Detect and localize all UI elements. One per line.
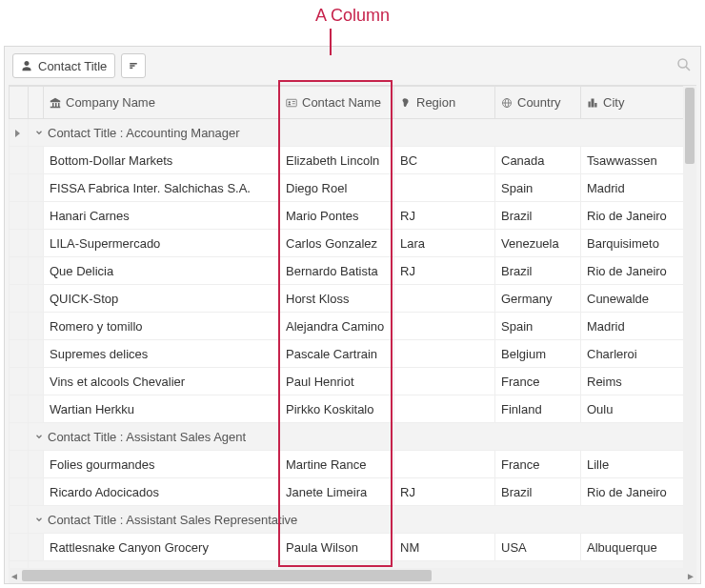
cell-contact[interactable]: Mario Pontes <box>280 202 394 230</box>
cell-contact[interactable]: Pirkko Koskitalo <box>280 395 394 423</box>
cell-country[interactable]: Venezuela <box>495 230 581 257</box>
table-row[interactable]: Hanari CarnesMario PontesRJBrazilRio de … <box>10 202 692 230</box>
cell-region[interactable] <box>394 313 495 340</box>
cell-city[interactable]: Madrid <box>581 174 692 202</box>
cell-city[interactable]: Oulu <box>581 395 692 423</box>
chevron-down-icon[interactable] <box>34 126 44 140</box>
cell-company[interactable]: Bottom-Dollar Markets <box>44 147 280 174</box>
cell-city[interactable]: Rio de Janeiro <box>581 478 692 506</box>
group-header-cell[interactable]: Contact Title : Marketing Assistant <box>29 561 692 569</box>
cell-country[interactable]: Spain <box>495 174 581 202</box>
table-row[interactable]: FISSA Fabrica Inter. Salchichas S.A.Dieg… <box>10 174 692 202</box>
cell-country[interactable]: Brazil <box>495 257 581 285</box>
table-row[interactable]: QUICK-StopHorst KlossGermanyCunewalde <box>10 285 692 313</box>
cell-city[interactable]: Rio de Janeiro <box>581 257 692 285</box>
cell-company[interactable]: QUICK-Stop <box>44 285 280 313</box>
cell-country[interactable]: Canada <box>495 147 581 174</box>
cell-region[interactable]: RJ <box>394 478 495 506</box>
cell-contact[interactable]: Horst Kloss <box>280 285 394 313</box>
hscroll-right-arrow[interactable]: ► <box>685 570 696 581</box>
cell-contact[interactable]: Pascale Cartrain <box>280 340 394 368</box>
cell-city[interactable]: Charleroi <box>581 340 692 368</box>
hscroll-left-arrow[interactable]: ◄ <box>9 570 20 581</box>
table-row[interactable]: Folies gourmandesMartine RanceFranceLill… <box>10 451 692 478</box>
table-row[interactable]: LILA-SupermercadoCarlos GonzalezLaraVene… <box>10 230 692 257</box>
group-header-row[interactable]: Contact Title : Marketing Assistant <box>10 561 692 569</box>
cell-country[interactable]: Brazil <box>495 202 581 230</box>
table-row[interactable]: Que DeliciaBernardo BatistaRJBrazilRio d… <box>10 257 692 285</box>
cell-region[interactable]: RJ <box>394 202 495 230</box>
cell-company[interactable]: Supremes delices <box>44 340 280 368</box>
table-row[interactable]: Rattlesnake Canyon GroceryPaula WilsonNM… <box>10 534 692 561</box>
cell-country[interactable]: Germany <box>495 285 581 313</box>
cell-region[interactable] <box>394 451 495 478</box>
cell-region[interactable]: Lara <box>394 230 495 257</box>
cell-company[interactable]: FISSA Fabrica Inter. Salchichas S.A. <box>44 174 280 202</box>
group-header-row[interactable]: Contact Title : Assistant Sales Agent <box>10 423 692 451</box>
cell-company[interactable]: Folies gourmandes <box>44 451 280 478</box>
horizontal-scrollbar-thumb[interactable] <box>22 570 432 581</box>
table-row[interactable]: Ricardo AdocicadosJanete LimeiraRJBrazil… <box>10 478 692 506</box>
cell-country[interactable]: France <box>495 451 581 478</box>
cell-company[interactable]: Hanari Carnes <box>44 202 280 230</box>
cell-company[interactable]: Vins et alcools Chevalier <box>44 368 280 395</box>
cell-contact[interactable]: Bernardo Batista <box>280 257 394 285</box>
cell-region[interactable] <box>394 174 495 202</box>
cell-city[interactable]: Albuquerque <box>581 534 692 561</box>
cell-city[interactable]: Barquisimeto <box>581 230 692 257</box>
horizontal-scrollbar[interactable]: ◄ ► <box>9 568 696 583</box>
cell-contact[interactable]: Martine Rance <box>280 451 394 478</box>
cell-region[interactable]: RJ <box>394 257 495 285</box>
cell-city[interactable]: Tsawwassen <box>581 147 692 174</box>
cell-city[interactable]: Rio de Janeiro <box>581 202 692 230</box>
column-header-country[interactable]: Country <box>495 87 581 119</box>
group-header-cell[interactable]: Contact Title : Accounting Manager <box>29 119 692 147</box>
groupby-chip[interactable]: Contact Title <box>12 53 115 78</box>
cell-region[interactable]: NM <box>394 534 495 561</box>
group-header-row[interactable]: Contact Title : Accounting Manager <box>10 119 692 147</box>
cell-country[interactable]: France <box>495 368 581 395</box>
cell-contact[interactable]: Janete Limeira <box>280 478 394 506</box>
table-row[interactable]: Vins et alcools ChevalierPaul HenriotFra… <box>10 368 692 395</box>
cell-company[interactable]: Romero y tomillo <box>44 313 280 340</box>
column-header-company[interactable]: Company Name <box>44 87 280 119</box>
cell-country[interactable]: USA <box>495 534 581 561</box>
chevron-down-icon[interactable] <box>34 513 44 527</box>
group-header-cell[interactable]: Contact Title : Assistant Sales Agent <box>29 423 692 451</box>
group-header-cell[interactable]: Contact Title : Assistant Sales Represen… <box>29 506 692 534</box>
cell-region[interactable] <box>394 340 495 368</box>
table-row[interactable]: Wartian HerkkuPirkko KoskitaloFinlandOul… <box>10 395 692 423</box>
cell-city[interactable]: Lille <box>581 451 692 478</box>
cell-contact[interactable]: Paul Henriot <box>280 368 394 395</box>
vertical-scrollbar-thumb[interactable] <box>685 88 695 164</box>
cell-country[interactable]: Belgium <box>495 340 581 368</box>
cell-contact[interactable]: Carlos Gonzalez <box>280 230 394 257</box>
search-icon[interactable] <box>675 56 693 76</box>
column-header-city[interactable]: City <box>581 87 692 119</box>
cell-city[interactable]: Madrid <box>581 313 692 340</box>
chevron-down-icon[interactable] <box>34 430 44 444</box>
cell-contact[interactable]: Diego Roel <box>280 174 394 202</box>
cell-city[interactable]: Cunewalde <box>581 285 692 313</box>
group-header-row[interactable]: Contact Title : Assistant Sales Represen… <box>10 506 692 534</box>
table-row[interactable]: Bottom-Dollar MarketsElizabeth LincolnBC… <box>10 147 692 174</box>
cell-country[interactable]: Finland <box>495 395 581 423</box>
column-header-contact[interactable]: Contact Name <box>280 87 394 119</box>
cell-company[interactable]: Ricardo Adocicados <box>44 478 280 506</box>
cell-contact[interactable]: Elizabeth Lincoln <box>280 147 394 174</box>
cell-company[interactable]: Wartian Herkku <box>44 395 280 423</box>
sort-chip[interactable] <box>121 53 146 78</box>
cell-contact[interactable]: Alejandra Camino <box>280 313 394 340</box>
cell-country[interactable]: Brazil <box>495 478 581 506</box>
cell-country[interactable]: Spain <box>495 313 581 340</box>
cell-region[interactable]: BC <box>394 147 495 174</box>
cell-contact[interactable]: Paula Wilson <box>280 534 394 561</box>
cell-region[interactable] <box>394 285 495 313</box>
cell-company[interactable]: LILA-Supermercado <box>44 230 280 257</box>
group-panel[interactable]: Contact Title <box>5 47 700 85</box>
vertical-scrollbar[interactable] <box>683 86 696 568</box>
cell-region[interactable] <box>394 368 495 395</box>
table-row[interactable]: Supremes delicesPascale CartrainBelgiumC… <box>10 340 692 368</box>
data-grid[interactable]: Company Name Contact Name Region Country <box>9 85 696 568</box>
cell-city[interactable]: Reims <box>581 368 692 395</box>
